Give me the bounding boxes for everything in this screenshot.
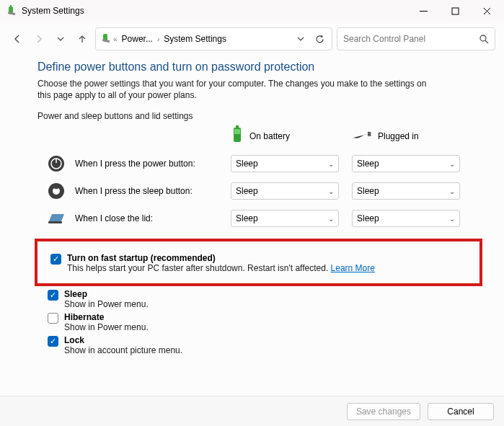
chevron-down-icon: ⌄ xyxy=(328,215,334,223)
chevron-down-icon: ⌄ xyxy=(449,160,455,168)
svg-rect-15 xyxy=(368,135,371,136)
breadcrumb-level2[interactable]: System Settings xyxy=(161,34,229,44)
hibernate-option-title: Hibernate xyxy=(64,312,149,322)
select-lid-battery[interactable]: Sleep⌄ xyxy=(231,210,339,227)
column-battery-label: On battery xyxy=(249,131,290,141)
search-placeholder: Search Control Panel xyxy=(343,34,479,44)
learn-more-link[interactable]: Learn More xyxy=(331,263,375,273)
recent-chevron-icon[interactable] xyxy=(52,30,69,48)
power-button-icon xyxy=(46,154,66,174)
breadcrumb[interactable]: « Power... › System Settings xyxy=(95,27,332,50)
battery-icon xyxy=(231,125,244,146)
svg-rect-1 xyxy=(10,5,12,6)
breadcrumb-icon xyxy=(100,32,112,46)
row-sleep-label: When I press the sleep button: xyxy=(75,186,231,196)
select-power-plugged[interactable]: Sleep⌄ xyxy=(352,155,460,172)
lock-option-title: Lock xyxy=(64,335,182,345)
checkbox-hibernate[interactable] xyxy=(48,313,58,324)
search-input[interactable]: Search Control Panel xyxy=(337,27,495,50)
chevron-down-icon: ⌄ xyxy=(328,187,334,195)
sleep-option-title: Sleep xyxy=(64,289,149,299)
chevron-right-icon: › xyxy=(157,35,159,43)
sleep-option-desc: Show in Power menu. xyxy=(64,299,149,309)
fast-startup-title: Turn on fast startup (recommended) xyxy=(67,253,375,263)
checkbox-fast-startup[interactable]: ✓ xyxy=(50,254,61,265)
window-title: System Settings xyxy=(22,6,84,16)
breadcrumb-level1[interactable]: Power... xyxy=(119,34,156,44)
refresh-button[interactable] xyxy=(310,30,329,48)
fast-startup-highlight: ✓ Turn on fast startup (recommended) Thi… xyxy=(35,239,482,286)
fast-startup-desc: This helps start your PC faster after sh… xyxy=(67,263,331,273)
save-button[interactable]: Save changes xyxy=(347,403,420,420)
section-power-sleep-lid: Power and sleep buttons and lid settings xyxy=(37,111,479,121)
svg-rect-14 xyxy=(368,133,371,134)
row-lid-label: When I close the lid: xyxy=(75,213,231,223)
cancel-button[interactable]: Cancel xyxy=(428,403,494,420)
lid-icon xyxy=(46,208,66,228)
checkbox-sleep[interactable]: ✓ xyxy=(48,290,58,301)
maximize-button[interactable] xyxy=(439,1,471,21)
chevron-down-icon: ⌄ xyxy=(449,187,455,195)
close-button[interactable] xyxy=(471,1,503,21)
checkbox-lock[interactable]: ✓ xyxy=(48,336,58,347)
svg-point-9 xyxy=(480,35,486,41)
breadcrumb-dropdown-icon[interactable] xyxy=(291,30,310,48)
hibernate-option-desc: Show in Power menu. xyxy=(64,322,149,332)
chevron-down-icon: ⌄ xyxy=(449,215,455,223)
svg-rect-13 xyxy=(234,129,240,134)
column-plugged-label: Plugged in xyxy=(378,131,419,141)
row-power-label: When I press the power button: xyxy=(75,159,231,169)
chevron-down-icon: ⌄ xyxy=(328,160,334,168)
select-power-battery[interactable]: Sleep⌄ xyxy=(231,155,339,172)
svg-line-10 xyxy=(485,40,488,43)
breadcrumb-sep-icon: « xyxy=(113,35,118,43)
lock-option-desc: Show in account picture menu. xyxy=(64,345,182,355)
up-button[interactable] xyxy=(74,30,91,48)
page-title: Define power buttons and turn on passwor… xyxy=(37,61,479,74)
forward-button[interactable] xyxy=(30,30,48,48)
search-icon xyxy=(479,34,489,44)
plug-icon xyxy=(352,129,372,143)
back-button[interactable] xyxy=(9,30,26,48)
sleep-button-icon xyxy=(46,181,66,201)
select-sleep-battery[interactable]: Sleep⌄ xyxy=(231,182,339,200)
svg-rect-20 xyxy=(48,221,62,223)
minimize-button[interactable] xyxy=(407,1,439,21)
app-icon xyxy=(6,5,17,17)
page-description: Choose the power settings that you want … xyxy=(37,78,441,101)
select-lid-plugged[interactable]: Sleep⌄ xyxy=(352,210,460,227)
svg-rect-12 xyxy=(236,125,239,128)
svg-rect-4 xyxy=(452,8,459,14)
select-sleep-plugged[interactable]: Sleep⌄ xyxy=(352,182,460,200)
